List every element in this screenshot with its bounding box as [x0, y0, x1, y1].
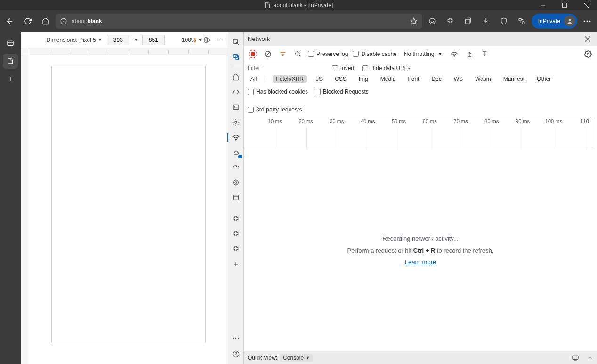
hide-data-urls-checkbox[interactable]: Hide data URLs	[362, 65, 411, 71]
svg-point-8	[429, 18, 435, 24]
device-width-input[interactable]	[107, 35, 129, 45]
device-more-button[interactable]	[217, 39, 223, 41]
extension-tool-3[interactable]	[229, 242, 243, 256]
filter-input[interactable]: Filter	[248, 65, 260, 71]
collections-button[interactable]	[460, 13, 476, 29]
svg-point-45	[454, 55, 455, 56]
favorite-button[interactable]	[410, 17, 418, 25]
filter-font[interactable]: Font	[405, 75, 422, 83]
filter-media[interactable]: Media	[378, 75, 399, 83]
shopping-button[interactable]	[424, 13, 440, 29]
blocked-requests-checkbox[interactable]: Blocked Requests	[315, 88, 369, 95]
filter-all[interactable]: All	[248, 75, 259, 83]
elements-tool-button[interactable]	[229, 85, 243, 99]
quick-view-issues-button[interactable]	[572, 355, 579, 361]
devtools-panel: Network Preserve log Disable cache No th…	[244, 32, 597, 364]
refresh-button[interactable]	[20, 13, 36, 29]
browser-toolbar: about:blank InPrivate	[0, 10, 597, 32]
quick-view-expand-button[interactable]	[588, 355, 593, 361]
inspect-element-button[interactable]	[229, 35, 243, 49]
filter-wasm[interactable]: Wasm	[472, 75, 494, 83]
learn-more-link[interactable]: Learn more	[405, 259, 436, 266]
refresh-hint: Perform a request or hit Ctrl + R to rec…	[347, 247, 493, 254]
device-emulation-toggle[interactable]	[229, 50, 243, 64]
window-close-button[interactable]	[575, 0, 597, 10]
inprivate-label: InPrivate	[538, 18, 560, 24]
svg-rect-1	[563, 3, 567, 8]
network-conditions-button[interactable]	[449, 49, 460, 59]
profile-avatar-icon	[564, 16, 575, 27]
invert-checkbox[interactable]: Invert	[332, 65, 355, 71]
import-har-button[interactable]	[464, 49, 475, 59]
search-button[interactable]	[293, 49, 303, 59]
rail-more-button[interactable]	[229, 331, 243, 345]
filter-ws[interactable]: WS	[451, 75, 466, 83]
performance-tool-button[interactable]	[229, 160, 243, 174]
network-toolbar: Preserve log Disable cache No throttling…	[244, 46, 597, 62]
home-button[interactable]	[38, 13, 54, 29]
filter-img[interactable]: Img	[356, 75, 371, 83]
clear-button[interactable]	[263, 49, 273, 59]
new-tab-button[interactable]	[3, 71, 18, 87]
filter-toggle-button[interactable]	[278, 49, 288, 59]
svg-line-39	[266, 52, 270, 56]
export-har-button[interactable]	[479, 49, 490, 59]
filter-css[interactable]: CSS	[332, 75, 349, 83]
emulated-viewport[interactable]	[51, 66, 206, 343]
svg-point-20	[219, 39, 221, 40]
svg-rect-25	[233, 105, 239, 109]
site-info-icon[interactable]	[60, 18, 67, 24]
application-tool-button[interactable]	[229, 190, 243, 205]
devtools-close-button[interactable]	[582, 33, 593, 45]
blocked-cookies-checkbox[interactable]: Has blocked cookies	[248, 88, 308, 95]
more-button[interactable]	[579, 13, 595, 29]
rotate-button[interactable]	[203, 37, 210, 43]
downloads-button[interactable]	[478, 13, 494, 29]
disable-cache-checkbox[interactable]: Disable cache	[353, 51, 396, 57]
filter-other[interactable]: Other	[534, 75, 554, 83]
sources-tool-button[interactable]	[229, 115, 243, 129]
svg-point-10	[519, 18, 521, 21]
extensions-button[interactable]	[442, 13, 458, 29]
current-tab[interactable]	[3, 54, 18, 69]
device-selector[interactable]: Dimensions: Pixel 5 ▼	[47, 37, 102, 43]
preserve-log-checkbox[interactable]: Preserve log	[308, 51, 348, 57]
tab-actions-button[interactable]	[3, 36, 18, 51]
page-icon	[264, 2, 271, 8]
help-button[interactable]	[229, 347, 243, 361]
welcome-tool-button[interactable]	[229, 70, 243, 84]
record-button[interactable]	[248, 49, 258, 59]
devtools-tool-rail	[228, 32, 244, 364]
memory-tool-button[interactable]	[229, 175, 243, 190]
extension-tool-2[interactable]	[229, 227, 243, 241]
window-maximize-button[interactable]	[554, 0, 575, 10]
network-filter-bar: Filter Invert Hide data URLs All Fetch/X…	[244, 62, 597, 117]
filter-fetch-xhr[interactable]: Fetch/XHR	[273, 75, 307, 83]
window-minimize-button[interactable]	[532, 0, 554, 10]
inprivate-indicator[interactable]: InPrivate	[532, 14, 577, 29]
throttling-selector[interactable]: No throttling ▼	[402, 49, 445, 59]
svg-rect-30	[234, 195, 239, 200]
svg-point-11	[522, 22, 524, 24]
performance-button[interactable]	[514, 13, 530, 29]
tracking-prevention-button[interactable]	[496, 13, 512, 29]
network-settings-button[interactable]	[583, 49, 593, 59]
svg-rect-9	[465, 19, 469, 24]
address-bar[interactable]: about:blank	[56, 14, 422, 29]
console-tool-button[interactable]	[229, 100, 243, 114]
issues-tool-button[interactable]	[229, 145, 243, 159]
device-emulation-pane: Dimensions: Pixel 5 ▼ × 100% ▼ |	[21, 32, 228, 364]
filter-js[interactable]: JS	[313, 75, 325, 83]
svg-point-14	[587, 21, 588, 22]
network-tool-button[interactable]	[229, 130, 243, 144]
third-party-checkbox[interactable]: 3rd-party requests	[248, 106, 302, 113]
extension-tool-1[interactable]	[229, 212, 243, 226]
network-timeline[interactable]: 10 ms20 ms30 ms40 ms50 ms60 ms70 ms80 ms…	[244, 117, 597, 150]
device-height-input[interactable]	[142, 35, 165, 45]
quick-view-selector[interactable]: Console ▼	[280, 354, 313, 362]
filter-doc[interactable]: Doc	[428, 75, 444, 83]
more-tools-button[interactable]	[229, 257, 243, 271]
back-button[interactable]	[2, 13, 18, 29]
svg-point-13	[584, 21, 585, 22]
filter-manifest[interactable]: Manifest	[500, 75, 527, 83]
